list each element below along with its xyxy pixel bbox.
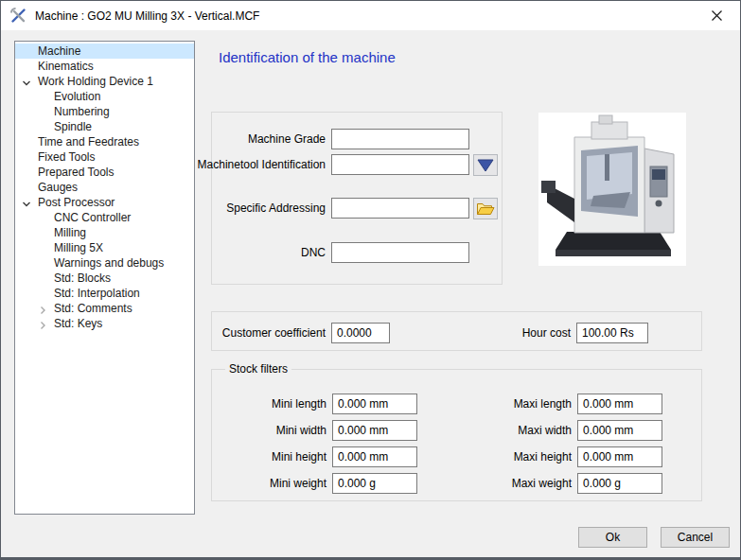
- tree-item-gauges[interactable]: Gauges: [15, 180, 194, 195]
- mini-weight-label: Mini weight: [270, 473, 326, 494]
- customer-coefficient-label: Customer coefficient: [222, 323, 326, 343]
- stock-filters-legend: Stock filters: [225, 362, 291, 376]
- open-folder-icon: [476, 201, 495, 217]
- maxi-length-label: Maxi length: [514, 394, 572, 414]
- tree-item-spindle[interactable]: Spindle: [15, 119, 194, 134]
- maxi-height-input[interactable]: [577, 446, 662, 467]
- tree-item-label: Numbering: [54, 105, 110, 118]
- specific-addressing-label: Specific Addressing: [226, 198, 326, 219]
- tree-item-label: Std: Comments: [54, 302, 132, 315]
- hour-cost-input[interactable]: [576, 323, 648, 343]
- tree-item-prepared-tools[interactable]: Prepared Tools: [15, 165, 194, 180]
- tree-item-warnings-and-debugs[interactable]: Warnings and debugs: [15, 255, 194, 271]
- dnc-label: DNC: [301, 242, 326, 263]
- maxi-length-input[interactable]: [577, 394, 662, 414]
- machinetool-identification-label: Machinetool Identification: [198, 154, 326, 175]
- tree-item-label: Milling: [54, 226, 86, 239]
- mini-length-label: Mini length: [272, 394, 326, 414]
- close-button[interactable]: [700, 4, 732, 27]
- tree-item-label: Evolution: [54, 90, 100, 103]
- mini-length-input[interactable]: [332, 394, 417, 414]
- tree-item-label: Gauges: [38, 181, 78, 194]
- tree-item-label: Warnings and debugs: [54, 256, 164, 270]
- ok-button[interactable]: Ok: [578, 527, 647, 548]
- machinetool-identification-input[interactable]: [331, 154, 469, 175]
- tree-item-cnc-controller[interactable]: CNC Controller: [15, 210, 194, 225]
- tree-item-label: Std: Keys: [54, 317, 102, 330]
- tree-item-std-comments[interactable]: Std: Comments: [15, 301, 194, 316]
- hour-cost-label: Hour cost: [522, 323, 571, 343]
- tree-item-label: Post Processor: [38, 196, 115, 209]
- tree-item-fixed-tools[interactable]: Fixed Tools: [15, 149, 194, 165]
- tree-item-label: Std: Blocks: [54, 271, 111, 285]
- tree-item-std-blocks[interactable]: Std: Blocks: [15, 271, 194, 286]
- tree-item-milling-5x[interactable]: Milling 5X: [15, 240, 194, 255]
- tree-item-label: Kinematics: [38, 60, 94, 73]
- machine-photo: [538, 113, 686, 266]
- tree-item-kinematics[interactable]: Kinematics: [15, 59, 194, 74]
- tree-item-machine[interactable]: Machine: [15, 44, 194, 59]
- stock-filters-groupbox: Stock filters Mini lengthMini widthMini …: [211, 369, 702, 501]
- tree-item-evolution[interactable]: Evolution: [15, 89, 194, 104]
- tree-item-post-processor[interactable]: Post Processor: [15, 195, 194, 210]
- maxi-width-label: Maxi width: [518, 420, 572, 441]
- mini-height-label: Mini height: [272, 446, 326, 467]
- maxi-weight-input[interactable]: [577, 473, 662, 494]
- milling-machine-illustration: [538, 113, 686, 266]
- tree-item-milling[interactable]: Milling: [15, 225, 194, 240]
- page-title: Identification of the machine: [219, 49, 396, 65]
- maxi-height-label: Maxi height: [514, 446, 572, 467]
- tree-item-label: Milling 5X: [54, 241, 103, 254]
- maxi-width-input[interactable]: [577, 420, 662, 441]
- cancel-button[interactable]: Cancel: [661, 527, 730, 548]
- tree-item-label: Fixed Tools: [38, 150, 95, 164]
- mini-weight-input[interactable]: [332, 473, 417, 494]
- machine-tree: MachineKinematicsWork Holding Device 1Ev…: [14, 41, 195, 515]
- tools-icon: [9, 7, 27, 25]
- mini-width-label: Mini width: [276, 420, 326, 441]
- specific-addressing-input[interactable]: [331, 198, 469, 219]
- dropdown-triangle-icon: [477, 159, 494, 172]
- mini-height-input[interactable]: [332, 446, 417, 467]
- tree-item-label: Time and Feedrates: [38, 135, 139, 149]
- customer-coefficient-input[interactable]: [331, 323, 390, 343]
- machine-grade-input[interactable]: [331, 129, 469, 149]
- titlebar: Machine : GO2 MU Milling 3X - Vertical.M…: [1, 1, 740, 30]
- tree-item-std-keys[interactable]: Std: Keys: [15, 316, 194, 331]
- tree-item-std-interpolation[interactable]: Std: Interpolation: [15, 286, 194, 301]
- specific-addressing-browse-button[interactable]: [473, 198, 498, 219]
- chevron-down-icon[interactable]: [22, 198, 31, 207]
- tree-item-time-and-feedrates[interactable]: Time and Feedrates: [15, 134, 194, 149]
- maxi-weight-label: Maxi weight: [512, 473, 572, 494]
- mini-width-input[interactable]: [332, 420, 417, 441]
- tree-item-label: Std: Interpolation: [54, 287, 140, 300]
- machine-grade-label: Machine Grade: [248, 129, 326, 149]
- machine-dialog: Machine : GO2 MU Milling 3X - Vertical.M…: [0, 0, 741, 560]
- dnc-input[interactable]: [331, 242, 469, 263]
- window-title: Machine : GO2 MU Milling 3X - Vertical.M…: [35, 9, 259, 23]
- tree-item-label: Spindle: [54, 120, 92, 133]
- machinetool-identification-dropdown-button[interactable]: [473, 154, 498, 176]
- chevron-down-icon[interactable]: [22, 77, 31, 86]
- tree-item-label: CNC Controller: [54, 211, 131, 224]
- chevron-right-icon[interactable]: [38, 304, 47, 313]
- tree-item-label: Work Holding Device 1: [38, 75, 153, 88]
- tree-item-label: Prepared Tools: [38, 166, 115, 179]
- tree-item-numbering[interactable]: Numbering: [15, 104, 194, 119]
- tree-item-label: Machine: [38, 44, 80, 58]
- tree-item-work-holding-device-1[interactable]: Work Holding Device 1: [15, 74, 194, 89]
- close-icon: [711, 9, 723, 22]
- chevron-right-icon[interactable]: [38, 319, 47, 328]
